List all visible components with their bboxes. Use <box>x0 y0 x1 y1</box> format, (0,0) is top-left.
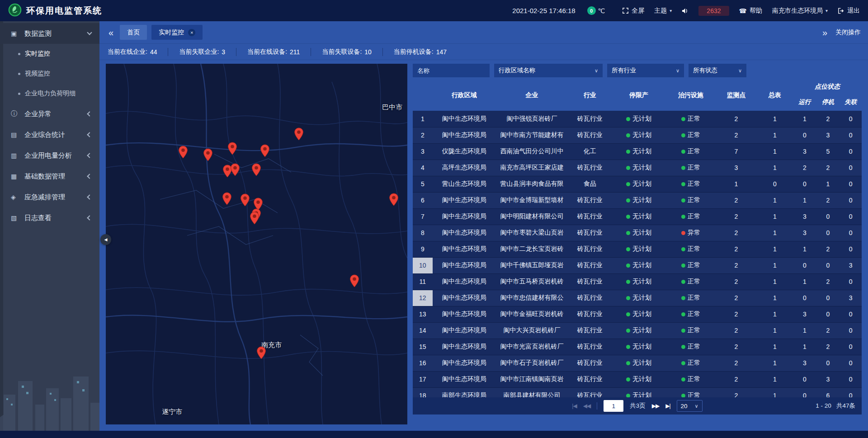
table-row[interactable]: 3仪陇生态环境局西南油气田分公司川中化工无计划正常71350 <box>413 143 862 160</box>
table-row[interactable]: 17阆中生态环境局阆中市江南镇阆南页岩砖瓦行业无计划正常21030 <box>413 371 862 387</box>
table-row[interactable]: 12阆中生态环境局阆中市忠信建材有限公砖瓦行业无计划正常21003 <box>413 290 862 306</box>
map-panel[interactable]: 巴中市南充市遂宁市 <box>106 64 407 424</box>
status-dot-icon <box>626 166 630 170</box>
table-row[interactable]: 15阆中生态环境局阆中市光富页岩机砖厂砖瓦行业无计划正常21120 <box>413 339 862 355</box>
prev-page-button[interactable]: ◀◀ <box>583 403 590 409</box>
sidebar-collapse-button[interactable]: ◀ <box>100 234 111 245</box>
table-row[interactable]: 13阆中生态环境局阆中市金福旺页岩机砖砖瓦行业无计划正常21300 <box>413 306 862 322</box>
chevron-left-icon <box>87 215 92 220</box>
status-dot-icon <box>626 247 630 251</box>
table-row[interactable]: 11阆中生态环境局阆中市五马桥页岩机砖砖瓦行业无计划正常21120 <box>413 273 862 290</box>
sidebar-group-emergency-reduction[interactable]: ◈应急减排管理 <box>0 187 99 207</box>
meters-cell: 1 <box>757 339 793 355</box>
sidebar-group-data-monitoring[interactable]: ▣数据监测 <box>0 23 99 44</box>
table-row[interactable]: 10阆中生态环境局阆中千佛镇五郎垭页岩砖瓦行业无计划正常21003 <box>413 257 862 273</box>
close-operations-button[interactable]: 关闭操作 <box>835 28 861 37</box>
status-filter-select[interactable]: 所有状态 ∨ <box>689 64 746 77</box>
map-pin[interactable] <box>227 142 237 155</box>
tabs-scroll-left-button[interactable]: « <box>107 28 115 37</box>
voice-alert-button[interactable] <box>682 8 689 14</box>
last-page-button[interactable]: ▶| <box>665 403 670 409</box>
status-dot-icon <box>626 280 630 284</box>
industry-cell: 砖瓦行业 <box>568 322 612 339</box>
map-pin[interactable] <box>250 212 259 225</box>
sidebar-item-video-monitor[interactable]: 视频监控 <box>0 64 99 84</box>
sidebar-group-power-usage-analysis[interactable]: ▥企业用电量分析 <box>0 145 99 166</box>
sidebar-group-company-statistics[interactable]: ▤企业综合统计 <box>0 124 99 145</box>
industry-filter-select[interactable]: 所有行业 ∨ <box>607 64 684 77</box>
map-pin[interactable] <box>230 163 240 176</box>
map-pin[interactable] <box>178 146 188 159</box>
power-icon: ▥ <box>11 152 21 159</box>
points-cell: 2 <box>716 257 756 273</box>
sidebar-item-power-load-detail[interactable]: 企业电力负荷明细 <box>0 84 99 104</box>
map-pin[interactable] <box>260 144 270 157</box>
industry-cell: 砖瓦行业 <box>568 257 612 273</box>
stopped-cell: 6 <box>816 387 840 397</box>
stat-label: 当前停机设备: <box>394 48 434 56</box>
app-logo-icon <box>8 3 22 19</box>
table-row[interactable]: 1阆中生态环境局阆中强锐页岩砖厂砖瓦行业无计划正常21120 <box>413 111 862 127</box>
map-pin[interactable] <box>240 193 250 207</box>
map-pin[interactable] <box>251 163 261 176</box>
chevron-down-icon: ∨ <box>676 68 679 74</box>
logout-button[interactable]: 退出 <box>838 7 860 15</box>
next-page-button[interactable]: ▶▶ <box>652 403 659 409</box>
map-pin[interactable] <box>349 274 359 287</box>
industry-cell: 砖瓦行业 <box>568 339 612 355</box>
sidebar-group-company-abnormal[interactable]: ⓘ企业异常 <box>0 104 99 124</box>
col-production: 停限产 <box>612 80 666 111</box>
first-page-button[interactable]: |◀ <box>572 403 576 409</box>
sidebar-group-base-data[interactable]: ▦基础数据管理 <box>0 166 99 187</box>
production-status-cell: 无计划 <box>612 241 666 257</box>
sidebar-item-realtime-monitor[interactable]: 实时监控 <box>0 44 99 64</box>
tab-home[interactable]: 首页 <box>120 25 147 40</box>
meters-cell: 1 <box>757 111 793 127</box>
points-cell: 2 <box>716 273 756 290</box>
points-cell: 2 <box>716 225 756 241</box>
chevron-down-icon: ▾ <box>826 8 828 13</box>
help-button[interactable]: ☎ 帮助 <box>739 7 762 15</box>
table-row[interactable]: 9阆中生态环境局阆中市二龙长宝页岩砖砖瓦行业无计划正常21120 <box>413 241 862 257</box>
name-filter-input[interactable] <box>413 64 490 77</box>
company-cell: 阆中市江南镇阆南页岩 <box>496 371 568 387</box>
points-cell: 3 <box>716 160 756 176</box>
sidebar-group-label: 数据监测 <box>24 29 88 38</box>
map-pin[interactable] <box>294 127 304 141</box>
map-pin[interactable] <box>256 346 266 359</box>
status-dot-icon <box>626 231 630 235</box>
industry-cell: 砖瓦行业 <box>568 160 612 176</box>
alarm-count-badge[interactable]: 2632 <box>698 6 729 16</box>
row-index-cell: 18 <box>413 387 433 397</box>
table-row[interactable]: 7阆中生态环境局阆中明阳建材有限公司砖瓦行业无计划正常21300 <box>413 208 862 225</box>
tab-realtime-monitor[interactable]: 实时监控 × <box>151 25 203 40</box>
production-status-cell: 无计划 <box>612 143 666 160</box>
fullscreen-button[interactable]: 全屏 <box>622 7 644 15</box>
theme-menu[interactable]: 主题 ▾ <box>654 7 672 15</box>
offline-cell: 0 <box>840 176 862 192</box>
points-cell: 2 <box>716 339 756 355</box>
status-dot-icon <box>626 182 630 186</box>
map-pin[interactable] <box>222 192 232 205</box>
table-row[interactable]: 14阆中生态环境局阆中大兴页岩机砖厂砖瓦行业无计划正常21120 <box>413 322 862 339</box>
running-cell: 1 <box>793 273 816 290</box>
sidebar-group-log-view[interactable]: ▧日志查看 <box>0 207 99 228</box>
stopped-cell: 2 <box>816 339 840 355</box>
table-row[interactable]: 5营山生态环境局营山县润丰肉食品有限食品无计划正常10010 <box>413 176 862 192</box>
page-number-input[interactable]: 1 <box>604 400 623 412</box>
companies-table: 行政区域 企业 行业 停限产 治污设施 监测点 总表 点位状态 <box>413 80 862 397</box>
table-row[interactable]: 16阆中生态环境局阆中市石子页岩机砖厂砖瓦行业无计划正常21300 <box>413 355 862 371</box>
table-row[interactable]: 8阆中生态环境局阆中市枣碧大梁山页岩砖瓦行业无计划异常21300 <box>413 225 862 241</box>
page-size-select[interactable]: 20 ∨ <box>677 400 703 412</box>
org-menu[interactable]: 南充市生态环境局 ▾ <box>772 7 828 15</box>
table-row[interactable]: 6阆中生态环境局阆中市金博瑞新型墙材砖瓦行业无计划正常21120 <box>413 192 862 208</box>
table-row[interactable]: 4高坪生态环境局南充市高坪区王家店建砖瓦行业无计划正常31220 <box>413 160 862 176</box>
table-row[interactable]: 2阆中生态环境局阆中市南方节能建材有砖瓦行业无计划正常21030 <box>413 127 862 143</box>
region-filter-select[interactable]: 行政区域名称 ∨ <box>494 64 603 77</box>
close-icon[interactable]: × <box>188 29 195 36</box>
map-pin[interactable] <box>389 193 399 206</box>
tabs-scroll-right-button[interactable]: » <box>821 28 829 37</box>
table-row[interactable]: 18南部生态环境局南部县建材有限公司砖瓦行业无计划正常21060 <box>413 387 862 397</box>
map-pin[interactable] <box>203 148 213 161</box>
sidebar-menu: ▣数据监测实时监控视频监控企业电力负荷明细ⓘ企业异常▤企业综合统计▥企业用电量分… <box>0 21 99 228</box>
